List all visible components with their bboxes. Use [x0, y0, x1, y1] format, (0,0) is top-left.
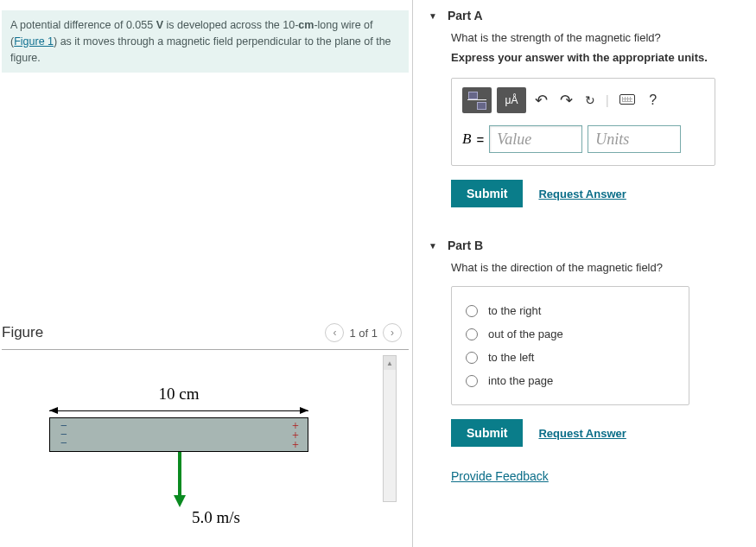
part-a-body: What is the strength of the magnetic fie…	[429, 31, 747, 207]
figure-nav: ‹ 1 of 1 ›	[325, 323, 402, 342]
option-radio[interactable]	[466, 375, 478, 387]
reset-button[interactable]: ↻	[581, 93, 599, 107]
option-label: out of the page	[488, 328, 563, 340]
problem-statement: A potential difference of 0.055 V is dev…	[2, 10, 409, 73]
undo-button[interactable]: ↶	[531, 91, 551, 110]
figure-counter: 1 of 1	[349, 327, 378, 340]
part-a-answer-box: μÅ ↶ ↷ ↻ | ? B = Value Units	[451, 78, 715, 166]
option-label: to the left	[488, 351, 534, 364]
part-a-request-answer-link[interactable]: Request Answer	[538, 188, 626, 200]
figure-scrollbar[interactable]: ▲	[383, 355, 397, 502]
answer-toolbar: μÅ ↶ ↷ ↻ | ?	[462, 87, 704, 113]
part-b-actions: Submit Request Answer	[451, 419, 747, 447]
unit-cm: cm	[298, 19, 314, 31]
value-input[interactable]: Value	[489, 125, 582, 153]
part-a-actions: Submit Request Answer	[451, 180, 747, 207]
figure-link[interactable]: Figure 1	[14, 35, 54, 48]
part-a-header[interactable]: ▼ Part A	[429, 0, 747, 31]
unit-v: V	[156, 19, 163, 31]
part-b-question: What is the direction of the magnetic fi…	[451, 261, 747, 274]
left-panel: A potential difference of 0.055 V is dev…	[0, 0, 413, 547]
option-radio[interactable]	[466, 352, 478, 364]
figure-section: Figure ‹ 1 of 1 › ▲ 10 cm −−−	[2, 323, 409, 510]
mu-units-button[interactable]: μÅ	[497, 87, 526, 113]
figure-header: Figure ‹ 1 of 1 ›	[2, 323, 409, 350]
part-a-submit-button[interactable]: Submit	[451, 180, 523, 207]
velocity-label: 5.0 m/s	[192, 508, 240, 527]
part-b-header[interactable]: ▼ Part B	[429, 230, 747, 261]
option-radio[interactable]	[466, 305, 478, 317]
right-panel: ▼ Part A What is the strength of the mag…	[413, 0, 756, 547]
part-b-request-answer-link[interactable]: Request Answer	[538, 427, 626, 440]
part-b-options-box: to the right out of the page to the left…	[451, 286, 689, 405]
dim-arrow-right-icon	[300, 407, 308, 414]
collapse-icon: ▼	[429, 241, 437, 251]
wire-rectangle: −−− +++ 5.0 m/s	[49, 417, 308, 452]
scroll-up-icon[interactable]: ▲	[384, 356, 396, 370]
option-label: into the page	[488, 374, 553, 387]
figure-body: ▲ 10 cm −−− +++	[2, 350, 409, 510]
keyboard-icon	[619, 94, 635, 105]
option-label: to the right	[488, 304, 541, 317]
dimension-line	[49, 405, 308, 417]
part-b-body: What is the direction of the magnetic fi…	[429, 261, 747, 483]
redo-button[interactable]: ↷	[556, 91, 576, 110]
option-radio[interactable]	[466, 328, 478, 340]
part-a-instruction: Express your answer with the appropriate…	[451, 51, 747, 64]
fraction-template-button[interactable]	[462, 87, 492, 113]
part-a-title: Part A	[448, 9, 483, 22]
figure-canvas: 10 cm −−− +++ 5.0 m/s	[49, 385, 308, 452]
option-row[interactable]: to the right	[466, 299, 675, 322]
problem-text: A potential difference of 0.055	[10, 19, 156, 31]
figure-next-button[interactable]: ›	[383, 323, 402, 342]
provide-feedback-link[interactable]: Provide Feedback	[451, 469, 747, 483]
figure-prev-button[interactable]: ‹	[325, 323, 344, 342]
part-b-submit-button[interactable]: Submit	[451, 419, 523, 447]
option-row[interactable]: to the left	[466, 346, 675, 369]
part-a-question: What is the strength of the magnetic fie…	[451, 31, 747, 44]
wire-length-label: 10 cm	[49, 385, 308, 404]
help-button[interactable]: ?	[644, 92, 663, 108]
positive-charge-icon: +++	[292, 421, 299, 449]
option-row[interactable]: into the page	[466, 369, 675, 392]
part-a-input-row: B = Value Units	[462, 125, 704, 153]
figure-title: Figure	[2, 324, 43, 341]
part-b-title: Part B	[448, 239, 483, 252]
variable-b: B	[462, 130, 471, 148]
collapse-icon: ▼	[429, 11, 437, 21]
equals-sign: =	[476, 132, 484, 147]
keyboard-button[interactable]	[616, 94, 638, 107]
negative-charge-icon: −−−	[60, 422, 67, 448]
option-row[interactable]: out of the page	[466, 322, 675, 346]
units-input[interactable]: Units	[588, 125, 681, 153]
